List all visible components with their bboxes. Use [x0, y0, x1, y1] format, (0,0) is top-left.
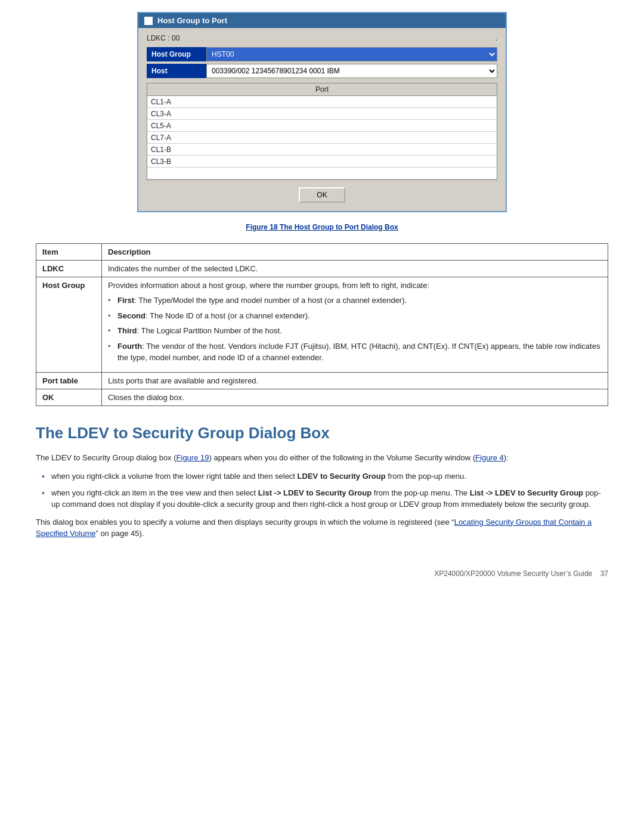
bullet-first-text: : The Type/Model the type and model numb…	[134, 296, 407, 305]
bullet-third-bold: Third	[117, 326, 137, 335]
port-row-6: CL3-B	[147, 156, 497, 168]
dialog-title-text: Host Group to Port	[157, 16, 227, 25]
bullet-first: First: The Type/Model the type and model…	[108, 295, 602, 306]
dialog-title-icon	[144, 17, 153, 25]
ldkc-row: LDKC : 00 .	[147, 34, 497, 42]
dialog-box: Host Group to Port LDKC : 00 . Host Grou…	[137, 12, 507, 212]
bullet1-text-plain: when you right-click a volume from the l…	[51, 472, 298, 481]
para1-rest2: ):	[504, 453, 509, 462]
host-group-row: Host Group HST00	[147, 47, 497, 61]
figure19-link[interactable]: Figure 19	[177, 453, 209, 462]
host-row: Host 003390/002 12345678901234 0001 IBM	[147, 64, 497, 78]
bullet-item-1: when you right-click a volume from the l…	[42, 470, 608, 482]
table-header-description: Description	[102, 244, 608, 261]
bullet-second: Second: The Node ID of a host (or a chan…	[108, 310, 602, 322]
para1-text: The LDEV to Security Group dialog box (	[36, 453, 177, 462]
dialog-body: LDKC : 00 . Host Group HST00 Host 003390…	[138, 28, 506, 211]
port-row-2: CL3-A	[147, 108, 497, 120]
bullet-fourth-bold: Fourth	[117, 342, 142, 351]
dialog-container: Host Group to Port LDKC : 00 . Host Grou…	[36, 12, 608, 212]
bullet2-bold: List -> LDEV to Security Group	[258, 488, 371, 497]
bullet2-text-mid: from the pop-up menu. The	[371, 488, 470, 497]
footer-text: XP24000/XP20000 Volume Security User’s G…	[434, 569, 608, 578]
bullet-fourth-text: : The vendor of the host. Vendors includ…	[117, 342, 600, 363]
table-cell-hostgroup-desc: Provides information about a host group,…	[102, 277, 608, 373]
dialog-ok-row: OK	[147, 187, 497, 203]
table-cell-porttable-item: Port table	[36, 372, 102, 389]
port-row-3: CL5-A	[147, 120, 497, 132]
bullet-third: Third: The Logical Partition Number of t…	[108, 325, 602, 337]
section-para1: The LDEV to Security Group dialog box (F…	[36, 452, 608, 464]
figure-caption: Figure 18 The Host Group to Port Dialog …	[36, 223, 608, 231]
port-table-header: Port	[147, 83, 497, 96]
footer-page-number: 37	[600, 569, 608, 578]
bullet-first-bold: First	[117, 296, 134, 305]
table-cell-ok-item: OK	[36, 389, 102, 405]
table-row-hostgroup: Host Group Provides information about a …	[36, 277, 608, 373]
host-select[interactable]: 003390/002 12345678901234 0001 IBM	[206, 64, 497, 78]
bullet-item-2: when you right-click an item in the tree…	[42, 487, 608, 510]
port-empty-row	[147, 168, 497, 179]
bullet-second-bold: Second	[117, 311, 145, 320]
table-cell-ldkc-item: LDKC	[36, 261, 102, 277]
table-cell-hostgroup-item: Host Group	[36, 277, 102, 373]
table-cell-ldkc-desc: Indicates the number of the selected LDK…	[102, 261, 608, 277]
para2-start: This dialog box enables you to specify a…	[36, 518, 454, 527]
port-row-1: CL1-A	[147, 96, 497, 108]
bullet1-bold: LDEV to Security Group	[298, 472, 386, 481]
para2-end: ” on page 45).	[95, 529, 144, 538]
port-table-container: Port CL1-A CL3-A CL5-A CL7-A CL1-B CL3-B	[147, 83, 497, 180]
hostgroup-desc-intro: Provides information about a host group,…	[108, 281, 429, 290]
host-select-wrapper[interactable]: 003390/002 12345678901234 0001 IBM	[206, 64, 497, 78]
table-row-ok: OK Closes the dialog box.	[36, 389, 608, 405]
bullet2-text-plain: when you right-click an item in the tree…	[51, 488, 258, 497]
table-row-porttable: Port table Lists ports that are availabl…	[36, 372, 608, 389]
table-cell-porttable-desc: Lists ports that are available and regis…	[102, 372, 608, 389]
table-row-ldkc: LDKC Indicates the number of the selecte…	[36, 261, 608, 277]
bullet-third-text: : The Logical Partition Number of the ho…	[137, 326, 282, 335]
section-para2: This dialog box enables you to specify a…	[36, 516, 608, 540]
bullet1-text-after: from the pop-up menu.	[386, 472, 466, 481]
table-header-item: Item	[36, 244, 102, 261]
ldkc-dot: .	[496, 34, 497, 42]
bullet-fourth: Fourth: The vendor of the host. Vendors …	[108, 340, 602, 364]
bullet2-bold2: List -> LDEV to Security Group	[470, 488, 583, 497]
port-row-4: CL7-A	[147, 132, 497, 144]
host-group-label: Host Group	[147, 47, 206, 61]
footer: XP24000/XP20000 Volume Security User’s G…	[36, 563, 608, 578]
footer-doc-title: XP24000/XP20000 Volume Security User’s G…	[434, 569, 592, 578]
port-row-5: CL1-B	[147, 144, 497, 156]
description-table: Item Description LDKC Indicates the numb…	[36, 243, 608, 406]
ldkc-label: LDKC : 00	[147, 34, 179, 42]
table-cell-ok-desc: Closes the dialog box.	[102, 389, 608, 405]
figure4-link[interactable]: Figure 4	[475, 453, 504, 462]
para1-rest: ) appears when you do either of the foll…	[209, 453, 475, 462]
ok-button[interactable]: OK	[299, 187, 345, 203]
host-group-select-wrapper[interactable]: HST00	[206, 47, 497, 61]
section-heading: The LDEV to Security Group Dialog Box	[36, 424, 608, 442]
dialog-title-bar: Host Group to Port	[138, 13, 506, 28]
host-group-select[interactable]: HST00	[206, 47, 497, 61]
hostgroup-desc-bullets: First: The Type/Model the type and model…	[108, 295, 602, 364]
section-bullet-list: when you right-click a volume from the l…	[42, 470, 608, 510]
bullet-second-text: : The Node ID of a host (or a channel ex…	[145, 311, 310, 320]
host-label: Host	[147, 64, 206, 78]
